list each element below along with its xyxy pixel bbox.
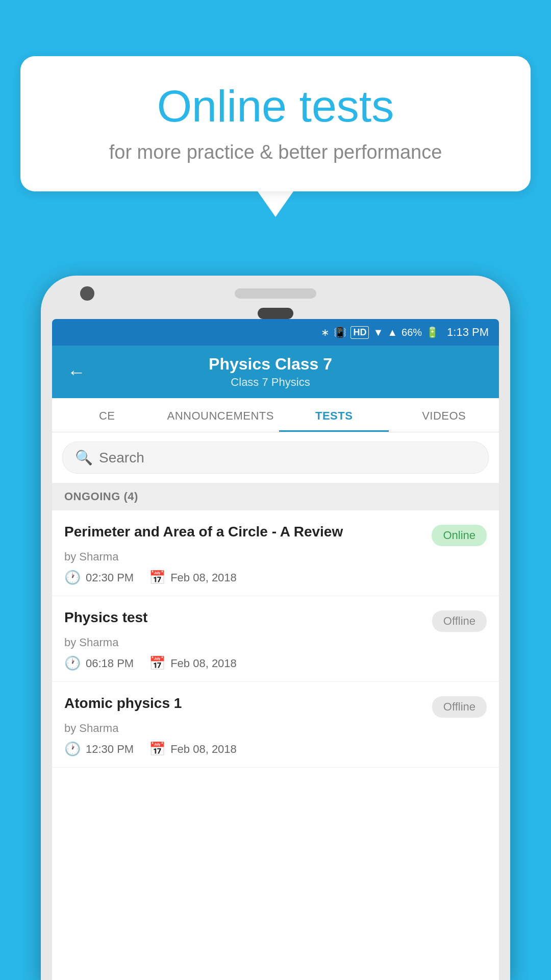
phone-camera <box>80 286 94 301</box>
signal-icon: ▲ <box>387 327 397 338</box>
tab-tests[interactable]: TESTS <box>279 398 389 432</box>
status-icons: ∗ 📳 HD ▼ ▲ 66% 🔋 <box>321 326 439 339</box>
test-meta: 🕐 06:18 PM 📅 Feb 08, 2018 <box>64 655 487 671</box>
speech-bubble-wrapper: Online tests for more practice & better … <box>20 56 531 217</box>
clock-icon: 🕐 <box>64 570 81 585</box>
test-item-header: Atomic physics 1 Offline <box>64 694 487 718</box>
speech-bubble-arrow <box>258 191 293 217</box>
calendar-icon: 📅 <box>149 570 165 585</box>
wifi-icon: ▼ <box>373 327 383 338</box>
status-bar: ∗ 📳 HD ▼ ▲ 66% 🔋 1:13 PM <box>52 319 499 346</box>
header-title: Physics Class 7 <box>96 355 445 374</box>
bluetooth-icon: ∗ <box>321 326 330 338</box>
search-bar[interactable]: 🔍 <box>62 442 489 474</box>
test-title: Atomic physics 1 <box>64 694 424 713</box>
test-author: by Sharma <box>64 550 487 564</box>
battery-percent: 66% <box>402 327 422 338</box>
date-value: Feb 08, 2018 <box>170 571 237 584</box>
phone-screen: ∗ 📳 HD ▼ ▲ 66% 🔋 1:13 PM ← Physics Class… <box>52 319 499 980</box>
bubble-title: Online tests <box>51 82 500 131</box>
test-title: Physics test <box>64 608 424 627</box>
clock-icon: 🕐 <box>64 655 81 671</box>
status-time: 1:13 PM <box>447 326 489 339</box>
meta-time: 🕐 12:30 PM <box>64 741 134 757</box>
test-item[interactable]: Atomic physics 1 Offline by Sharma 🕐 12:… <box>52 682 499 768</box>
meta-time: 🕐 06:18 PM <box>64 655 134 671</box>
status-badge: Online <box>432 525 487 546</box>
date-value: Feb 08, 2018 <box>170 743 237 756</box>
search-input[interactable] <box>99 450 476 466</box>
calendar-icon: 📅 <box>149 741 165 757</box>
tab-videos[interactable]: VIDEOS <box>389 398 499 432</box>
phone-frame: ∗ 📳 HD ▼ ▲ 66% 🔋 1:13 PM ← Physics Class… <box>41 276 510 980</box>
test-item-header: Physics test Offline <box>64 608 487 632</box>
tab-announcements[interactable]: ANNOUNCEMENTS <box>162 398 279 432</box>
test-title: Perimeter and Area of a Circle - A Revie… <box>64 523 423 541</box>
calendar-icon: 📅 <box>149 655 165 671</box>
phone-speaker <box>235 288 316 299</box>
clock-icon: 🕐 <box>64 741 81 757</box>
phone-top-bar <box>52 288 499 299</box>
test-meta: 🕐 02:30 PM 📅 Feb 08, 2018 <box>64 570 487 585</box>
test-item-header: Perimeter and Area of a Circle - A Revie… <box>64 523 487 546</box>
test-meta: 🕐 12:30 PM 📅 Feb 08, 2018 <box>64 741 487 757</box>
speech-bubble: Online tests for more practice & better … <box>20 56 531 191</box>
app-header: ← Physics Class 7 Class 7 Physics <box>52 346 499 398</box>
tabs-bar: CE ANNOUNCEMENTS TESTS VIDEOS <box>52 398 499 432</box>
phone-home-button <box>258 308 293 319</box>
header-breadcrumb: Class 7 Physics <box>96 376 445 389</box>
test-item[interactable]: Perimeter and Area of a Circle - A Revie… <box>52 510 499 596</box>
search-bar-wrapper: 🔍 <box>52 432 499 483</box>
search-icon: 🔍 <box>75 449 93 466</box>
bubble-subtitle: for more practice & better performance <box>51 141 500 163</box>
test-item[interactable]: Physics test Offline by Sharma 🕐 06:18 P… <box>52 596 499 682</box>
time-value: 12:30 PM <box>86 743 134 756</box>
meta-date: 📅 Feb 08, 2018 <box>149 741 237 757</box>
status-badge: Offline <box>432 610 487 632</box>
tab-ce[interactable]: CE <box>52 398 162 432</box>
battery-icon: 🔋 <box>426 326 439 338</box>
test-author: by Sharma <box>64 636 487 649</box>
vibrate-icon: 📳 <box>334 326 346 338</box>
back-button[interactable]: ← <box>67 361 86 383</box>
meta-time: 🕐 02:30 PM <box>64 570 134 585</box>
time-value: 02:30 PM <box>86 571 134 584</box>
time-value: 06:18 PM <box>86 657 134 670</box>
meta-date: 📅 Feb 08, 2018 <box>149 570 237 585</box>
ongoing-section-header: ONGOING (4) <box>52 483 499 510</box>
hd-icon: HD <box>350 326 369 339</box>
date-value: Feb 08, 2018 <box>170 657 237 670</box>
test-author: by Sharma <box>64 722 487 735</box>
status-badge: Offline <box>432 696 487 718</box>
meta-date: 📅 Feb 08, 2018 <box>149 655 237 671</box>
header-title-block: Physics Class 7 Class 7 Physics <box>96 355 445 389</box>
